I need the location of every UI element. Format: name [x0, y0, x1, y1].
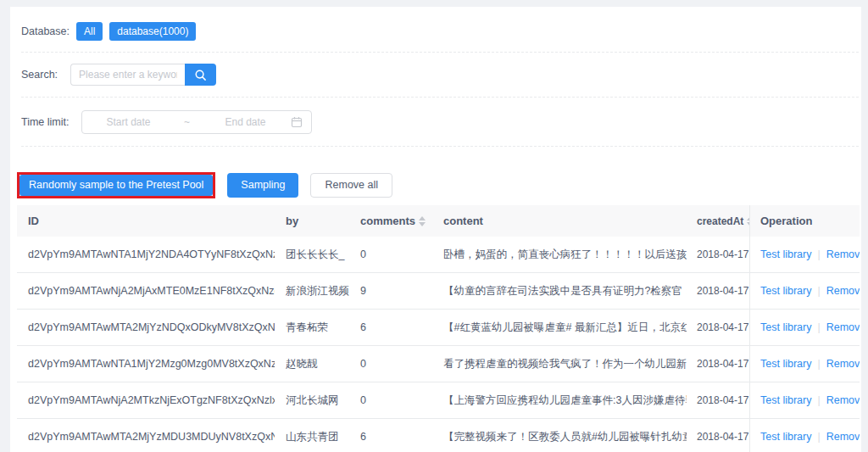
cell-comments: 0	[349, 248, 432, 260]
table-row: d2VpYm9AMTAwMTA2MjYzMDU3MDUyNV8tXzQxNzc1…	[17, 419, 860, 452]
column-header-id: ID	[17, 215, 275, 227]
cell-operation: Test library | Remove	[749, 382, 860, 418]
cell-content: 看了携程虐童的视频给我气疯了！作为一个幼儿园新生的	[432, 357, 687, 371]
filter-panel: Database: All database(1000) Search:	[10, 7, 861, 147]
date-range-separator: ~	[174, 116, 199, 128]
database-tag-database1000[interactable]: database(1000)	[109, 22, 196, 41]
cell-by: 赵晓靓	[275, 357, 349, 371]
time-filter-row: Time limit: Start date ~ End date	[21, 98, 861, 146]
search-label: Search:	[21, 69, 58, 81]
time-limit-label: Time limit:	[21, 116, 69, 128]
column-header-createdat[interactable]: createdAt	[687, 215, 749, 227]
divider	[21, 146, 859, 147]
table-row: d2VpYm9AMTAwNTA1MjY2Mzg0Mzg0MV8tXzQxNzE4…	[17, 346, 860, 382]
cell-id: d2VpYm9AMTAwMTA2MjYzNDQxODkyMV8tXzQxNzc1…	[17, 321, 275, 333]
test-library-link[interactable]: Test library	[760, 248, 811, 260]
search-input[interactable]	[70, 64, 185, 86]
column-header-content: content	[432, 215, 687, 227]
cell-createdat: 2018-04-17	[687, 394, 749, 406]
cell-id: d2VpYm9AMTAwNjA2MTkzNjExOTgzNF8tXzQxNzlx…	[17, 394, 275, 406]
cell-content: 【幼童的言辞在司法实践中是否具有证明力?检察官：有】	[432, 284, 687, 299]
randomly-sample-button[interactable]: Randomly sample to the Pretest Pool	[19, 175, 213, 196]
annotation-highlight-box: Randomly sample to the Pretest Pool	[17, 172, 215, 198]
test-library-link[interactable]: Test library	[760, 321, 811, 333]
cell-createdat: 2018-04-17	[687, 431, 749, 443]
test-library-link[interactable]: Test library	[760, 285, 811, 297]
column-header-by: by	[275, 215, 349, 227]
sort-caret-icon[interactable]	[419, 216, 426, 226]
cell-createdat: 2018-04-17	[687, 285, 749, 297]
cell-comments: 0	[349, 394, 432, 406]
cell-comments: 6	[349, 321, 432, 333]
cell-operation: Test library | Remove	[749, 273, 860, 309]
cell-comments: 6	[349, 431, 432, 443]
table-row: d2VpYm9AMTAwNjA2MjAxMTE0MzE1NF8tXzQxNzc5…	[17, 273, 860, 310]
calendar-icon	[291, 116, 303, 128]
column-header-comments[interactable]: comments	[349, 215, 432, 227]
operation-divider: |	[817, 394, 820, 406]
column-header-operation: Operation	[749, 205, 860, 237]
date-range-picker[interactable]: Start date ~ End date	[81, 110, 312, 134]
search-filter-row: Search:	[21, 53, 861, 97]
content-card: Database: All database(1000) Search:	[10, 7, 861, 452]
cell-by: 新浪浙江视频	[275, 284, 349, 299]
table-toolbar: Randomly sample to the Pretest Pool Samp…	[17, 171, 861, 198]
operation-divider: |	[817, 321, 820, 333]
test-library-link[interactable]: Test library	[760, 358, 811, 370]
table-row: d2VpYm9AMTAwNjA2MTkzNjExOTgzNF8tXzQxNzlx…	[17, 382, 860, 419]
database-label: Database:	[21, 25, 70, 37]
cell-content: 【完整视频来了！区教委人员就#幼儿园被曝针扎幼童#事	[432, 430, 687, 444]
cell-by: 山东共青团	[275, 430, 349, 444]
cell-content: 【上海警方回应携程幼儿园虐童事件:3人因涉嫌虐待罪被	[432, 393, 687, 408]
operation-divider: |	[817, 358, 820, 370]
database-tag-all[interactable]: All	[76, 22, 103, 41]
remove-link[interactable]: Remove	[826, 431, 860, 443]
cell-content: 卧槽，妈蛋的，简直丧心病狂了！！！！！以后送孩子读	[432, 248, 687, 262]
remove-link[interactable]: Remove	[826, 285, 860, 297]
cell-id: d2VpYm9AMTAwMTA2MjYzMDU3MDUyNV8tXzQxNzc1…	[17, 431, 275, 443]
operation-divider: |	[817, 285, 820, 297]
cell-by: 河北长城网	[275, 393, 349, 408]
table-header-row: ID by comments content createdAt Operati…	[17, 205, 860, 237]
remove-link[interactable]: Remove	[826, 394, 860, 406]
test-library-link[interactable]: Test library	[760, 431, 811, 443]
table-row: d2VpYm9AMTAwMTA2MjYzNDQxODkyMV8tXzQxNzc1…	[17, 310, 860, 346]
cell-by: 青春柘荣	[275, 321, 349, 335]
remove-link[interactable]: Remove	[826, 358, 860, 370]
data-table: ID by comments content createdAt Operati…	[17, 205, 860, 452]
cell-id: d2VpYm9AMTAwNTA1MjY2NDA4OTYyNF8tXzQxNzE4…	[17, 248, 275, 260]
cell-comments: 9	[349, 285, 432, 297]
operation-divider: |	[817, 248, 820, 260]
cell-createdat: 2018-04-17	[687, 248, 749, 260]
search-button[interactable]	[185, 64, 216, 86]
cell-operation: Test library | Remove	[749, 310, 860, 345]
cell-createdat: 2018-04-17	[687, 358, 749, 370]
remove-link[interactable]: Remove	[826, 248, 860, 260]
cell-operation: Test library | Remove	[749, 237, 860, 272]
cell-by: 团长长长长_	[275, 248, 349, 262]
search-group	[70, 64, 216, 86]
search-icon	[194, 69, 207, 81]
sampling-button[interactable]: Sampling	[227, 173, 298, 198]
table-row: d2VpYm9AMTAwNTA1MjY2NDA4OTYyNF8tXzQxNzE4…	[17, 237, 860, 273]
cell-comments: 0	[349, 358, 432, 370]
start-date-placeholder: Start date	[82, 116, 174, 128]
cell-content: 【#红黄蓝幼儿园被曝虐童# 最新汇总】近日，北京红黄蓝	[432, 321, 687, 335]
cell-id: d2VpYm9AMTAwNTA1MjY2Mzg0Mzg0MV8tXzQxNzE4…	[17, 358, 275, 370]
remove-link[interactable]: Remove	[826, 321, 860, 333]
test-library-link[interactable]: Test library	[760, 394, 811, 406]
cell-operation: Test library | Remove	[749, 346, 860, 382]
remove-all-button[interactable]: Remove all	[310, 173, 392, 198]
cell-createdat: 2018-04-17	[687, 321, 749, 333]
end-date-placeholder: End date	[199, 116, 291, 128]
operation-divider: |	[817, 431, 820, 443]
cell-id: d2VpYm9AMTAwNjA2MjAxMTE0MzE1NF8tXzQxNzc5…	[17, 285, 275, 297]
database-filter-row: Database: All database(1000)	[21, 7, 861, 52]
cell-operation: Test library | Remove	[749, 419, 860, 452]
